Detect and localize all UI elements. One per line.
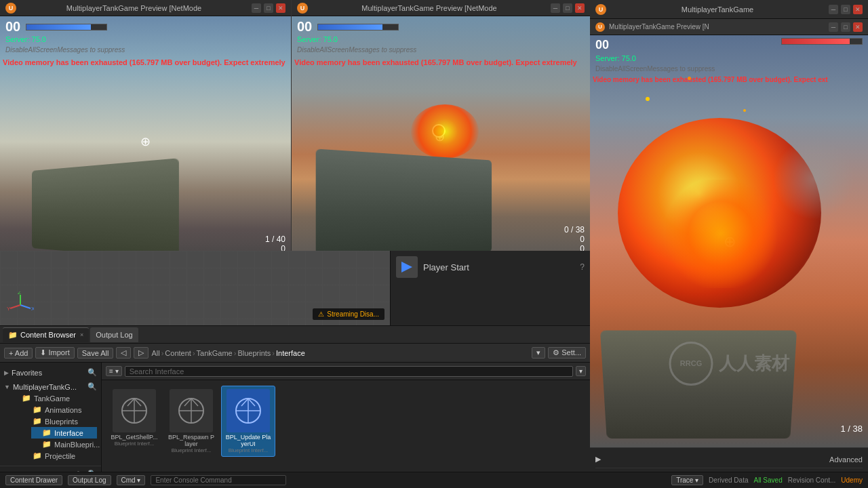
- tree-blueprints[interactable]: 📁 Blueprints: [22, 415, 97, 427]
- filter-btn[interactable]: ≡ ▾: [106, 366, 122, 376]
- stat4-2: 0: [580, 244, 585, 251]
- error-text-2: Video memory has been exhausted (165.797…: [292, 57, 590, 68]
- tree-blueprints-label: Blueprints: [45, 418, 78, 426]
- import-button[interactable]: ⬇ Import: [35, 347, 74, 359]
- tree-projectile[interactable]: 📁 Projectile: [22, 450, 97, 462]
- close-btn-1[interactable]: ✕: [276, 3, 285, 13]
- filter-dropdown-btn[interactable]: ▾: [576, 366, 586, 376]
- right-stat1: 1: [840, 424, 845, 434]
- watermark-circle: RRCG: [669, 342, 713, 386]
- favorites-header[interactable]: ▶ Favorites 🔍: [4, 367, 97, 378]
- right-hud-top: 00: [595, 38, 609, 52]
- stat1-2: 0: [564, 225, 569, 235]
- folder-icon-mainbp: 📁: [42, 440, 52, 449]
- tree-interface[interactable]: 📁 Interface: [31, 427, 97, 439]
- asset-item-1[interactable]: BPL_Respawn Player Blueprint Interf...: [164, 386, 218, 457]
- title-bar-right: U MultiplayerTankGame ─ □ ✕: [590, 0, 868, 19]
- minimize-btn-right[interactable]: ─: [829, 5, 838, 14]
- derived-data: Derived Data: [709, 476, 748, 484]
- bc-interface[interactable]: Interface: [276, 349, 305, 357]
- history-fwd-btn[interactable]: ▷: [134, 347, 149, 359]
- maximize-btn-2[interactable]: □: [563, 3, 572, 13]
- advanced-header[interactable]: ▶ Advanced: [595, 453, 863, 465]
- tree-tankgame[interactable]: 📁 TankGame: [11, 392, 97, 404]
- right-sub-minimize[interactable]: ─: [829, 22, 838, 32]
- right-column: U MultiplayerTankGame ─ □ ✕ U Multiplaye…: [590, 0, 868, 488]
- minimize-btn-2[interactable]: ─: [551, 3, 560, 13]
- bc-content[interactable]: Content: [165, 349, 191, 357]
- right-health-bar: [782, 39, 850, 44]
- search-input[interactable]: [125, 366, 573, 377]
- maximize-btn-right[interactable]: □: [841, 5, 850, 14]
- close-btn-right[interactable]: ✕: [853, 5, 863, 14]
- output-log-btn[interactable]: Output Log: [68, 475, 111, 485]
- tree-interface-label: Interface: [54, 429, 83, 437]
- project-section: ▼ MultiplayerTankG... 🔍 📁 TankGame: [0, 380, 101, 463]
- asset-item-0[interactable]: BPL_GetShellP... Blueprint Interf...: [107, 386, 161, 457]
- asset-thumb-1: [170, 389, 213, 432]
- tree-mainblueprints[interactable]: 📁 MainBluepri...: [31, 439, 97, 450]
- trace-btn[interactable]: Trace ▾: [671, 475, 703, 485]
- window-title-1: MultiplayerTankGame Preview [NetMode: [16, 4, 252, 12]
- save-all-button[interactable]: Save All: [77, 348, 114, 359]
- game-window-2[interactable]: U MultiplayerTankGame Preview [NetMode ─…: [292, 0, 590, 251]
- asset-label-0: BPL_GetShellP...: [111, 434, 158, 441]
- svg-line-4: [10, 305, 20, 308]
- tree-animations[interactable]: 📁 Animations: [22, 404, 97, 415]
- win-controls-right: ─ □ ✕: [829, 5, 863, 14]
- server-text-1: Server: 75.0: [5, 35, 46, 43]
- cmd-btn[interactable]: Cmd ▾: [117, 475, 146, 485]
- watermark: RRCG 人人素材: [669, 342, 789, 386]
- asset-grid: BPL_GetShellP... Blueprint Interf...: [102, 380, 590, 474]
- advanced-label: Advanced: [829, 455, 863, 464]
- help-icon[interactable]: ?: [580, 262, 585, 272]
- maximize-btn-1[interactable]: □: [264, 3, 273, 13]
- breadcrumb: All › Content › TankGame › Blueprints › …: [151, 349, 529, 357]
- right-score: 00: [595, 38, 609, 52]
- project-chevron: ▼: [4, 384, 10, 390]
- win-controls-2: ─ □ ✕: [551, 3, 585, 13]
- right-sub-controls: ─ □ ✕: [829, 22, 863, 32]
- close-btn-2[interactable]: ✕: [575, 3, 585, 13]
- asset-thumb-0: [113, 389, 156, 432]
- bc-all[interactable]: All: [151, 349, 159, 357]
- tab-content-browser[interactable]: 📁 Content Browser ×: [3, 327, 89, 342]
- tank-1: [32, 158, 179, 251]
- folder-icon-projectile: 📁: [33, 451, 42, 460]
- add-button[interactable]: + Add: [4, 348, 33, 359]
- player-start-item[interactable]: Player Start ?: [391, 251, 590, 283]
- breadcrumb-dropdown-btn[interactable]: ▾: [532, 347, 545, 359]
- win-controls-1: ─ □ ✕: [252, 3, 285, 13]
- settings-btn[interactable]: ⚙ Sett...: [548, 347, 586, 359]
- title-bar-1: U MultiplayerTankGame Preview [NetMode ─…: [0, 0, 291, 16]
- project-search-icon[interactable]: 🔍: [87, 382, 97, 391]
- asset-item-2[interactable]: BPL_Update PlayerUI Blueprint Interf...: [221, 386, 275, 457]
- smoke-1: [773, 138, 854, 220]
- tab-output-log[interactable]: Output Log: [90, 327, 138, 342]
- bottom-status-bar: Content Drawer Output Log Cmd ▾ Trace ▾ …: [0, 472, 868, 488]
- asset-label-1: BPL_Respawn Player: [167, 434, 215, 447]
- ue-logo-sub: U: [595, 22, 605, 32]
- cb-tab-label: Content Browser: [20, 331, 76, 339]
- cb-filter-bar: ≡ ▾ ▾: [102, 363, 590, 380]
- bc-blueprints[interactable]: Blueprints: [237, 349, 271, 357]
- search-icon[interactable]: 🔍: [87, 368, 97, 377]
- bc-tankgame[interactable]: TankGame: [197, 349, 233, 357]
- game-canvas-2: 00 Server: 75.0 DisableAllScreenMessages…: [292, 16, 590, 251]
- project-header[interactable]: ▼ MultiplayerTankG... 🔍: [4, 381, 97, 392]
- history-back-btn[interactable]: ◁: [116, 347, 131, 359]
- cb-tab-close[interactable]: ×: [80, 331, 83, 338]
- right-game-canvas[interactable]: 00 Server: 75.0 DisableAllScreenMessages…: [590, 35, 868, 447]
- right-sub-title-bar: U MultiplayerTankGame Preview [N ─ □ ✕: [590, 19, 868, 35]
- right-sub-close[interactable]: ✕: [853, 22, 863, 32]
- game-window-1[interactable]: U MultiplayerTankGame Preview [NetMode ─…: [0, 0, 292, 251]
- warning-icon: ⚠: [318, 310, 324, 318]
- watermark-brand: 人人素材: [719, 352, 789, 375]
- right-sub-maximize[interactable]: □: [841, 22, 850, 32]
- stat3-1: 0: [281, 244, 285, 251]
- suppress-text-2: DisableAllScreenMessages to suppress: [297, 46, 416, 54]
- scene-area[interactable]: X Z Y ⚠ Streaming Disa...: [0, 251, 390, 325]
- console-input[interactable]: [151, 475, 286, 485]
- content-drawer-btn[interactable]: Content Drawer: [5, 475, 62, 485]
- minimize-btn-1[interactable]: ─: [252, 3, 261, 13]
